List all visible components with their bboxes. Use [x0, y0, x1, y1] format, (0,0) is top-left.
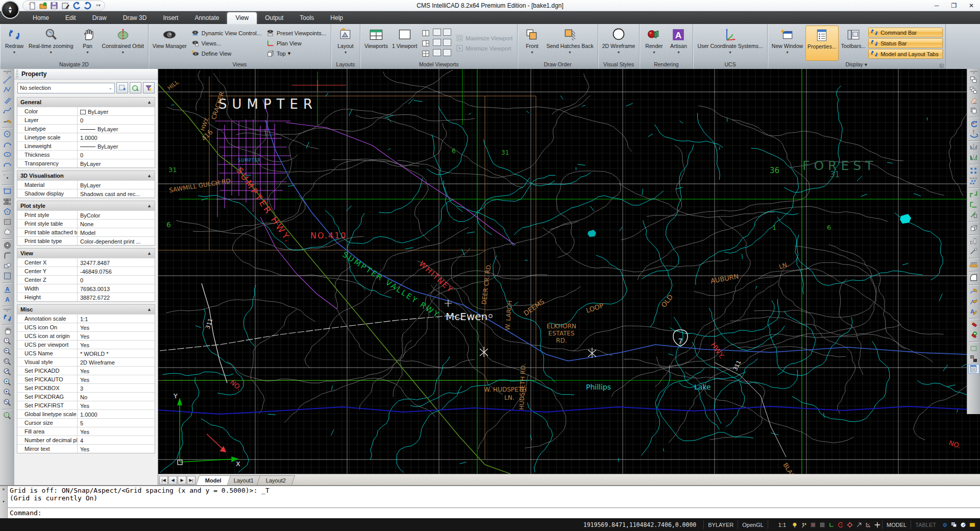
ribbon-tab-annotate[interactable]: Annotate [186, 12, 227, 24]
section-header-3d-visualisation[interactable]: 3D Visualisation▲ [17, 171, 155, 180]
constrained-orbit-button[interactable]: Constrained Orbit▾ [101, 26, 145, 61]
erase-button[interactable] [968, 95, 979, 105]
property-value[interactable]: 1.0000 [78, 410, 155, 418]
double-line-button[interactable] [2, 95, 13, 105]
text-button[interactable]: A [2, 284, 13, 294]
crosshair-icon[interactable] [873, 520, 882, 529]
sheet-tab-model[interactable]: Model [196, 475, 231, 485]
ribbon-tab-home[interactable]: Home [24, 12, 57, 24]
ribbon-tab-draw-3d[interactable]: Draw 3D [115, 12, 155, 24]
property-value[interactable]: ByLayer [78, 142, 155, 150]
property-value[interactable]: 38872.6722 [78, 293, 155, 301]
bricks-button[interactable] [2, 197, 13, 206]
property-value[interactable]: Color-dependent print ... [78, 237, 155, 245]
command-bar-toggle[interactable]: Command Bar [868, 28, 943, 37]
angle-icon[interactable] [864, 520, 873, 529]
section-header-plot-style[interactable]: Plot style▲ [17, 201, 155, 210]
viewport-single-icon[interactable] [443, 29, 451, 36]
ellipse-arc-button[interactable] [2, 160, 13, 170]
elbow-button[interactable] [2, 251, 13, 260]
fillet-button[interactable] [968, 273, 979, 283]
viewport-join-icon[interactable] [433, 29, 441, 36]
array-3d-button[interactable] [968, 176, 979, 186]
status-bar-toggle[interactable]: Status Bar [868, 38, 943, 48]
command-bar-close-icon[interactable]: ✕ [2, 487, 5, 492]
rectangle-button[interactable] [2, 186, 13, 196]
ribbon-tab-view[interactable]: View [227, 12, 257, 24]
model-space-toggle[interactable]: MODEL [882, 520, 911, 529]
property-value[interactable]: Shadows cast and rec... [78, 189, 155, 198]
property-value[interactable]: ByLayer [78, 181, 155, 189]
send-hatches-back-button[interactable]: Send Hatches Back▾ [545, 26, 595, 61]
box-3d-button[interactable] [968, 223, 979, 233]
zoom-realtime-button[interactable] [2, 336, 13, 346]
property-value[interactable]: Yes [78, 332, 155, 340]
settings-gear-icon[interactable]: ⚙ [940, 520, 949, 529]
line-button[interactable] [2, 75, 13, 85]
zoom-center-button[interactable] [2, 377, 13, 387]
property-value[interactable]: * WORLD * [78, 349, 155, 357]
views-item[interactable]: Views... [189, 38, 263, 48]
property-value[interactable]: 32477.8487 [78, 258, 155, 267]
circle-button[interactable] [2, 129, 13, 139]
selection-dropdown[interactable]: No selection⌄ [17, 83, 115, 93]
rotate-3d-button[interactable] [968, 129, 979, 139]
toolbar-grip[interactable] [970, 71, 977, 74]
ribbon-tab-help[interactable]: Help [322, 12, 351, 24]
zoom-previous-button[interactable] [2, 347, 13, 356]
sheet-tab-layout2[interactable]: Layout2 [257, 475, 295, 485]
etrack-icon[interactable] [854, 520, 864, 529]
tablet-toggle[interactable]: TABLET [911, 520, 940, 529]
front-button[interactable]: Front▾ [520, 26, 544, 61]
select-objects-button[interactable] [116, 82, 128, 93]
property-value[interactable]: Yes [78, 375, 155, 383]
annotation-scale-status[interactable]: 1:1 [778, 520, 790, 529]
new-file-button[interactable] [27, 1, 36, 10]
property-value[interactable]: Model [78, 228, 155, 236]
property-value[interactable]: Yes [78, 427, 155, 436]
property-value[interactable]: Yes [78, 445, 155, 453]
plan-view-item[interactable]: Plan View [264, 38, 328, 48]
properties-palette-button[interactable] [968, 364, 979, 374]
ribbon-tab-insert[interactable]: Insert [155, 12, 186, 24]
ribbon-tab-output[interactable]: Output [257, 12, 291, 24]
ribbon-tab-edit[interactable]: Edit [57, 12, 84, 24]
rotate-button[interactable] [968, 119, 979, 129]
viewport-four-button[interactable] [420, 49, 432, 58]
qat-customize-button[interactable]: ≡▾ [96, 3, 101, 8]
zoom-in-button[interactable] [2, 388, 13, 397]
section-header-general[interactable]: General▲ [17, 98, 155, 107]
opengl-status[interactable]: OpenGL [738, 520, 768, 529]
polar-icon[interactable] [836, 520, 845, 529]
property-value[interactable]: 3 [78, 384, 155, 392]
copy-button[interactable] [968, 75, 979, 85]
property-value[interactable]: ByLayer [78, 125, 155, 133]
close-button[interactable]: ✕ [963, 1, 980, 11]
zoom-window-button[interactable] [2, 357, 13, 367]
boundary-button[interactable] [968, 344, 979, 353]
ortho-icon[interactable] [827, 520, 836, 529]
spline-button[interactable] [2, 106, 13, 115]
annotation-person-icon[interactable] [768, 520, 778, 529]
dialog-launcher-icon[interactable]: ◱ [939, 62, 944, 69]
window-cascade-icon[interactable] [949, 520, 959, 529]
annotation-star-icon[interactable] [799, 520, 808, 529]
property-value[interactable]: 0 [78, 276, 155, 284]
tab-prev-button[interactable]: ◀ [168, 476, 177, 485]
property-value[interactable]: 0 [78, 151, 155, 159]
viewport-restore-icon[interactable] [443, 49, 451, 56]
properties-button[interactable]: Properties... [805, 26, 839, 61]
property-value[interactable]: 2D Wireframe [78, 358, 155, 366]
model-layout-tabs-toggle[interactable]: Model and Layout Tabs [868, 49, 943, 59]
clean-screen-icon[interactable] [959, 520, 968, 529]
artisan-button[interactable]: A Artisan▾ [667, 26, 690, 61]
realtime-zoom-button[interactable]: Real-time zooming▾ [27, 26, 75, 61]
property-value[interactable]: 1.0000 [78, 133, 155, 141]
copy-multiple-button[interactable] [968, 85, 979, 95]
hatch-button[interactable] [2, 217, 13, 227]
ucs-button[interactable]: User Coordinate Systems...▾ [696, 26, 764, 61]
donut-button[interactable] [2, 240, 13, 250]
save-button[interactable] [50, 1, 59, 10]
property-value[interactable]: ByLayer [78, 159, 155, 167]
ribbon-tab-draw[interactable]: Draw [84, 12, 115, 24]
